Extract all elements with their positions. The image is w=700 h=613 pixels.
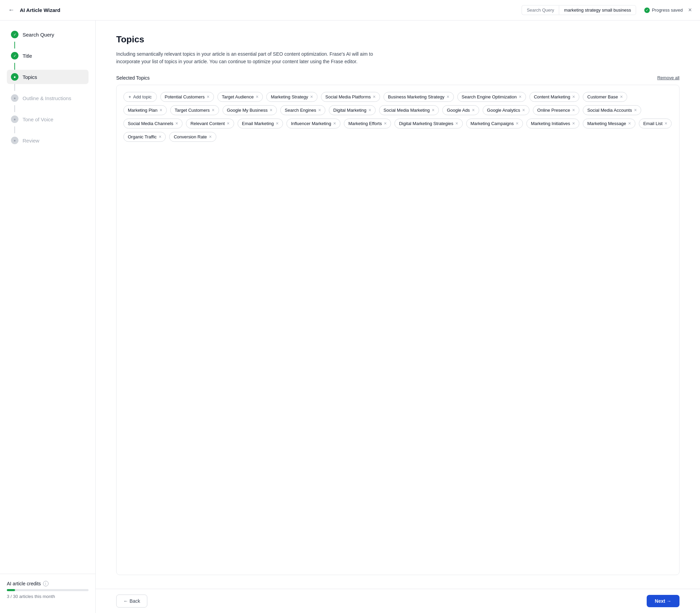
- sidebar-item-search-query[interactable]: ✓ Search Query: [7, 27, 89, 42]
- app-title: AI Article Wizard: [20, 7, 61, 13]
- topic-tag-label: Customer Base: [587, 94, 618, 100]
- topic-remove-button[interactable]: ×: [628, 121, 631, 126]
- sidebar-item-title[interactable]: ✓ Title: [7, 49, 89, 63]
- topic-tag-label: Email Marketing: [242, 121, 274, 126]
- topic-tag-label: Social Media Platforms: [325, 94, 371, 100]
- topic-tag-label: Target Customers: [175, 108, 210, 113]
- topic-remove-button[interactable]: ×: [522, 108, 525, 113]
- topic-tag-label: Search Engines: [285, 108, 316, 113]
- topic-tag-label: Marketing Efforts: [348, 121, 382, 126]
- topic-tag: Marketing Initiatives ×: [526, 119, 579, 129]
- topic-tag: Content Marketing ×: [529, 92, 579, 102]
- topic-remove-button[interactable]: ×: [159, 134, 161, 139]
- topic-remove-button[interactable]: ×: [634, 108, 637, 113]
- topic-remove-button[interactable]: ×: [572, 108, 575, 113]
- remove-all-button[interactable]: Remove all: [657, 75, 679, 80]
- topic-tag-label: Online Presence: [537, 108, 570, 113]
- step-connector-3: [14, 84, 15, 91]
- topic-remove-button[interactable]: ×: [455, 121, 458, 126]
- page-description: Including semantically relevant topics i…: [116, 50, 376, 66]
- topic-tag: Email Marketing ×: [237, 119, 283, 129]
- topic-tag: Social Media Accounts ×: [583, 105, 641, 115]
- topic-tag: Marketing Efforts ×: [344, 119, 391, 129]
- add-topic-plus-icon: +: [129, 94, 131, 100]
- topic-remove-button[interactable]: ×: [446, 94, 449, 99]
- topic-remove-button[interactable]: ×: [432, 108, 435, 113]
- step-icon-title: ✓: [11, 52, 18, 60]
- topic-remove-button[interactable]: ×: [572, 121, 575, 126]
- sidebar-item-outline[interactable]: ● Outline & Instructions: [7, 91, 89, 105]
- sidebar-steps: ✓ Search Query ✓ Title ● Topics ● Outlin…: [0, 27, 95, 567]
- topic-remove-button[interactable]: ×: [310, 94, 313, 99]
- progress-saved-icon: ✓: [644, 8, 650, 13]
- topic-remove-button[interactable]: ×: [333, 121, 336, 126]
- topic-remove-button[interactable]: ×: [516, 121, 519, 126]
- credits-label: AI article credits: [7, 581, 41, 586]
- topic-remove-button[interactable]: ×: [207, 94, 209, 99]
- back-button[interactable]: ← Back: [116, 595, 147, 608]
- topic-tag-label: Target Audience: [222, 94, 254, 100]
- topic-remove-button[interactable]: ×: [373, 94, 376, 99]
- step-icon-outline: ●: [11, 94, 18, 102]
- search-query-label: Search Query: [522, 5, 559, 15]
- topic-tag-label: Conversion Rate: [174, 134, 207, 140]
- topic-remove-button[interactable]: ×: [160, 108, 163, 113]
- topic-remove-button[interactable]: ×: [212, 108, 215, 113]
- step-label-title: Title: [23, 53, 32, 59]
- topic-remove-button[interactable]: ×: [276, 121, 278, 126]
- next-button[interactable]: Next →: [647, 595, 679, 607]
- step-icon-tone: ●: [11, 116, 18, 123]
- topic-tag: Digital Marketing Strategies ×: [394, 119, 463, 129]
- topic-remove-button[interactable]: ×: [270, 108, 272, 113]
- add-topic-label: Add topic: [133, 94, 152, 100]
- topic-remove-button[interactable]: ×: [620, 94, 623, 99]
- topic-tag-label: Business Marketing Strategy: [388, 94, 444, 100]
- topic-tag-label: Google Ads: [447, 108, 470, 113]
- topic-remove-button[interactable]: ×: [519, 94, 522, 99]
- topic-tag-label: Potential Customers: [165, 94, 205, 100]
- topic-remove-button[interactable]: ×: [472, 108, 475, 113]
- topic-tag: Business Marketing Strategy ×: [384, 92, 454, 102]
- topic-tag: Social Media Channels ×: [124, 119, 182, 129]
- topic-tag: Marketing Message ×: [583, 119, 635, 129]
- topic-remove-button[interactable]: ×: [384, 121, 387, 126]
- topic-tag-label: Marketing Plan: [128, 108, 158, 113]
- info-icon[interactable]: i: [43, 581, 49, 586]
- step-connector-2: [14, 63, 15, 70]
- step-icon-review: ●: [11, 137, 18, 144]
- topic-remove-button[interactable]: ×: [175, 121, 178, 126]
- topic-remove-button[interactable]: ×: [209, 134, 211, 139]
- topic-tag-label: Social Media Accounts: [587, 108, 632, 113]
- back-arrow-icon[interactable]: ←: [8, 6, 14, 14]
- credits-header: AI article credits i: [7, 581, 89, 586]
- topic-tag: Search Engines ×: [280, 105, 325, 115]
- topic-remove-button[interactable]: ×: [256, 94, 258, 99]
- step-label-tone: Tone of Voice: [23, 117, 53, 122]
- close-button[interactable]: ×: [688, 6, 692, 14]
- topic-tag-label: Google Analytics: [487, 108, 520, 113]
- page-title: Topics: [116, 34, 679, 45]
- topic-tag: Relevant Content ×: [186, 119, 234, 129]
- sidebar-item-topics[interactable]: ● Topics: [7, 70, 89, 84]
- add-topic-button[interactable]: + Add topic: [124, 92, 157, 102]
- topic-tag: Target Customers ×: [170, 105, 219, 115]
- topic-tag: Marketing Campaigns ×: [466, 119, 523, 129]
- main-content: Topics Including semantically relevant t…: [96, 21, 700, 589]
- topic-tag: Email List ×: [639, 119, 672, 129]
- topic-tag-label: Search Engine Optimization: [462, 94, 517, 100]
- topic-remove-button[interactable]: ×: [318, 108, 321, 113]
- sidebar-item-tone[interactable]: ● Tone of Voice: [7, 112, 89, 127]
- topic-tag: Target Audience ×: [217, 92, 263, 102]
- credits-count: 3 / 30 articles this month: [7, 594, 55, 599]
- topic-tag: Google Analytics ×: [483, 105, 529, 115]
- topic-tag: Customer Base ×: [583, 92, 627, 102]
- step-label-topics: Topics: [23, 74, 37, 80]
- topic-tag: Marketing Strategy ×: [266, 92, 317, 102]
- topic-remove-button[interactable]: ×: [227, 121, 230, 126]
- topic-remove-button[interactable]: ×: [368, 108, 371, 113]
- topic-remove-button[interactable]: ×: [664, 121, 667, 126]
- topic-tag-label: Social Media Marketing: [384, 108, 430, 113]
- sidebar-item-review[interactable]: ● Review: [7, 133, 89, 148]
- topic-remove-button[interactable]: ×: [572, 94, 575, 99]
- topic-tag-label: Organic Traffic: [128, 134, 157, 140]
